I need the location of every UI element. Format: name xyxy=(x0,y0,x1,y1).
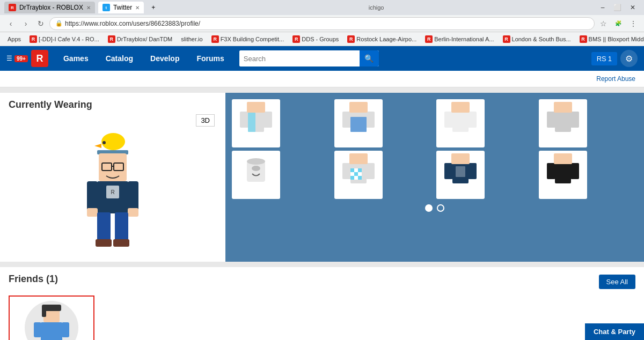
search-button[interactable]: 🔍 xyxy=(360,50,379,66)
chat-party-label: Chat & Party xyxy=(594,328,635,336)
bookmark-slither[interactable]: slither.io xyxy=(178,35,206,43)
bookmark-london[interactable]: R London & South Bus... xyxy=(500,34,574,44)
ssl-lock-icon: 🔒 xyxy=(55,20,63,27)
search-input[interactable] xyxy=(239,50,360,66)
svg-rect-57 xyxy=(456,166,465,177)
svg-rect-61 xyxy=(554,153,572,164)
r-icon-8: R xyxy=(580,35,587,43)
nav-forums[interactable]: Forums xyxy=(188,47,232,70)
page-content: Report Abuse Currently Wearing 3D xyxy=(0,71,644,340)
item-card-5[interactable] xyxy=(232,151,280,199)
item-svg-4 xyxy=(544,102,582,145)
bookmark-r1[interactable]: R [-DD]-I Cafe V.4 - RO... xyxy=(26,34,103,44)
item-svg-1 xyxy=(237,102,275,145)
bookmark-berlin[interactable]: R Berlin-International A... xyxy=(422,34,497,44)
item-card-8[interactable] xyxy=(539,151,587,199)
r-icon-6: R xyxy=(425,35,433,43)
tab-twitter-close[interactable]: ✕ xyxy=(135,5,140,11)
address-bar[interactable]: 🔒 https://www.roblox.com/users/86623883/… xyxy=(49,17,595,30)
browser-controls-bar: ‹ › ↻ 🔒 https://www.roblox.com/users/866… xyxy=(0,15,644,32)
svg-rect-11 xyxy=(87,181,98,211)
item-card-4[interactable] xyxy=(539,99,587,147)
bookmark-bms[interactable]: R BMS || Bloxport Middl... xyxy=(576,34,644,44)
settings-button[interactable]: ⚙ xyxy=(620,50,638,67)
item-card-2[interactable] xyxy=(334,99,383,147)
bookmark-drtrayblox[interactable]: R DrTrayblox/ DanTDM xyxy=(105,34,176,44)
carousel-dot-1[interactable] xyxy=(425,204,433,212)
menu-button[interactable]: ⋮ xyxy=(627,17,640,30)
title-bar: R DrTrayblox - ROBLOX ✕ t Twitter ✕ + ic… xyxy=(0,0,644,15)
minimize-button[interactable]: – xyxy=(596,1,610,14)
svg-rect-58 xyxy=(555,163,571,183)
tab-roblox[interactable]: R DrTrayblox - ROBLOX ✕ xyxy=(4,2,95,13)
svg-rect-51 xyxy=(354,176,358,180)
items-panel xyxy=(225,93,644,262)
roblox-logo[interactable]: R xyxy=(31,50,48,67)
3d-button[interactable]: 3D xyxy=(196,114,215,127)
back-button[interactable]: ‹ xyxy=(4,17,17,30)
nav-develop[interactable]: Develop xyxy=(142,47,188,70)
svg-rect-42 xyxy=(366,163,375,179)
tab-twitter[interactable]: t Twitter ✕ xyxy=(98,2,144,13)
friend-avatar xyxy=(25,301,78,340)
item-svg-5 xyxy=(237,153,275,196)
tab-roblox-close[interactable]: ✕ xyxy=(86,5,91,11)
roblox-favicon: R xyxy=(9,4,16,11)
svg-rect-21 xyxy=(264,112,272,128)
bookmark-button[interactable]: ☆ xyxy=(597,17,610,30)
friends-header: Friends (1) See All xyxy=(9,274,635,290)
tab-twitter-label: Twitter xyxy=(113,4,132,11)
browser-user: ichigo xyxy=(369,4,389,11)
svg-rect-31 xyxy=(468,112,477,128)
reload-button[interactable]: ↻ xyxy=(34,17,47,30)
svg-rect-55 xyxy=(468,163,477,179)
svg-rect-49 xyxy=(358,172,362,176)
friends-title: Friends (1) xyxy=(9,274,58,285)
svg-rect-32 xyxy=(451,102,470,113)
bookmark-f3x[interactable]: R F3X Building Competit... xyxy=(208,34,288,44)
item-card-6[interactable] xyxy=(334,151,383,199)
nav-catalog[interactable]: Catalog xyxy=(97,47,142,70)
svg-rect-33 xyxy=(555,112,571,132)
window-controls: – ⬜ ✕ xyxy=(596,1,640,14)
bookmark-rostock[interactable]: R Rostock Laage-Airpo... xyxy=(344,34,420,44)
friend-card-realdanswife[interactable]: realdanswife xyxy=(9,295,94,340)
robux-button[interactable]: RS 1 xyxy=(591,52,617,65)
close-button[interactable]: ✕ xyxy=(626,1,640,14)
carousel-dot-2[interactable] xyxy=(437,204,444,212)
bookmark-apps[interactable]: Apps xyxy=(4,35,24,43)
svg-rect-14 xyxy=(128,208,138,217)
new-tab-icon: + xyxy=(151,4,155,11)
search-input-wrap: 🔍 xyxy=(239,50,379,66)
search-area: 🔍 xyxy=(239,50,585,66)
currently-wearing-title: Currently Wearing xyxy=(9,99,217,110)
svg-rect-60 xyxy=(570,163,579,179)
item-card-1[interactable] xyxy=(232,99,280,147)
friend-avatar-svg xyxy=(30,304,73,340)
svg-rect-17 xyxy=(96,239,112,247)
nav-links: Games Catalog Develop Forums xyxy=(55,47,233,70)
see-all-button[interactable]: See All xyxy=(599,275,635,289)
search-icon: 🔍 xyxy=(364,54,374,63)
svg-rect-30 xyxy=(444,112,453,128)
svg-rect-64 xyxy=(42,306,46,317)
nav-games[interactable]: Games xyxy=(55,47,97,70)
r-icon-7: R xyxy=(503,35,510,43)
chat-party-bar[interactable]: Chat & Party xyxy=(585,323,644,340)
item-svg-6 xyxy=(340,153,377,196)
svg-rect-34 xyxy=(547,112,555,128)
new-tab-btn[interactable]: + xyxy=(147,2,161,13)
svg-point-38 xyxy=(247,158,265,165)
report-abuse-link[interactable]: Report Abuse xyxy=(596,75,635,83)
extensions-button[interactable]: 🧩 xyxy=(612,17,625,30)
item-svg-7 xyxy=(442,153,479,196)
item-card-3[interactable] xyxy=(436,99,485,147)
hamburger-menu[interactable]: ☰ 99+ xyxy=(6,55,28,62)
r-icon-4: R xyxy=(292,35,300,43)
svg-rect-65 xyxy=(41,322,62,340)
bookmark-dds[interactable]: R DDS - Groups xyxy=(289,34,342,44)
forward-button[interactable]: › xyxy=(19,17,32,30)
item-card-7[interactable] xyxy=(436,151,485,199)
maximize-button[interactable]: ⬜ xyxy=(611,1,625,14)
roblox-navbar: ☰ 99+ R Games Catalog Develop Forums 🔍 R… xyxy=(0,46,644,71)
